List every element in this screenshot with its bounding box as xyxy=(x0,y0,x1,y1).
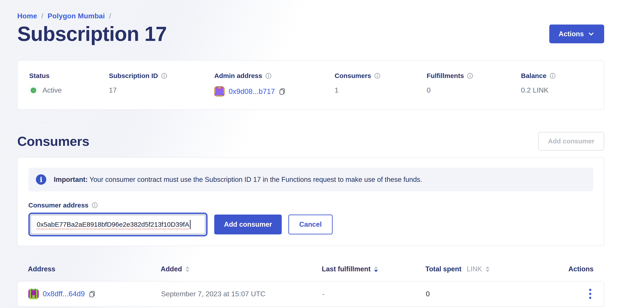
admin-address-label: Admin address xyxy=(214,72,262,80)
stat-balance: Balance 0.2 LINK xyxy=(521,72,604,97)
fulfillments-count: 0 xyxy=(427,86,431,94)
column-header-last-fulfillment[interactable]: Last fulfillment xyxy=(322,265,425,273)
breadcrumb-network-link[interactable]: Polygon Mumbai xyxy=(48,12,105,20)
status-label: Status xyxy=(29,72,50,80)
add-consumer-card: i Important: Your consumer contract must… xyxy=(17,157,604,246)
subscription-id-value: 17 xyxy=(109,86,117,94)
last-fulfillment-cell: - xyxy=(322,290,426,298)
consumer-address-link[interactable]: 0x8dff...64d9 xyxy=(43,290,85,298)
column-header-added[interactable]: Added xyxy=(161,265,322,273)
breadcrumb-separator: / xyxy=(42,12,44,20)
row-actions-kebab-menu[interactable] xyxy=(587,287,593,301)
add-consumer-submit-button[interactable]: Add consumer xyxy=(214,215,282,234)
copy-icon[interactable] xyxy=(89,291,96,298)
important-banner-text: Important: Your consumer contract must u… xyxy=(54,176,422,184)
info-icon[interactable] xyxy=(467,73,473,79)
consumers-table-header: Address Added Last fulfillment Total spe… xyxy=(17,265,604,273)
status-value: Active xyxy=(42,86,62,94)
column-header-actions: Actions xyxy=(568,265,594,273)
sort-icon[interactable] xyxy=(486,266,490,272)
consumers-section-title: Consumers xyxy=(17,134,90,149)
copy-icon[interactable] xyxy=(279,88,286,95)
table-row: 0x8dff...64d9 September 7, 2023 at 15:07… xyxy=(18,282,604,306)
subscription-id-label: Subscription ID xyxy=(109,72,158,80)
info-icon[interactable] xyxy=(265,73,272,79)
status-active-dot xyxy=(30,88,36,93)
info-icon[interactable] xyxy=(161,73,167,79)
admin-avatar xyxy=(214,86,225,97)
sort-icon-active-desc[interactable] xyxy=(374,266,378,272)
consumer-address-field-label: Consumer address xyxy=(28,201,593,209)
consumer-address-cell: 0x8dff...64d9 xyxy=(28,289,161,299)
stat-status: Status Active xyxy=(29,72,109,97)
add-consumer-button-top[interactable]: Add consumer xyxy=(538,132,604,151)
info-icon[interactable] xyxy=(374,73,380,79)
added-cell: September 7, 2023 at 15:07 UTC xyxy=(161,290,322,298)
consumers-section-header: Consumers Add consumer xyxy=(17,132,604,151)
stat-consumers: Consumers 1 xyxy=(334,72,427,97)
page-title: Subscription 17 xyxy=(17,22,167,45)
info-circle-icon: i xyxy=(36,174,46,185)
page-header: Subscription 17 Actions xyxy=(17,22,604,45)
stat-fulfillments: Fulfillments 0 xyxy=(427,72,521,97)
balance-value: 0.2 LINK xyxy=(521,86,548,94)
breadcrumb-separator: / xyxy=(109,12,111,20)
info-icon[interactable] xyxy=(92,202,98,208)
total-spent-unit: LINK xyxy=(467,265,482,273)
stat-admin-address: Admin address 0x9d xyxy=(214,72,334,97)
consumer-address-input-value: 0x5abE77Ba2aE8918bfD96e2e382d5f213f10D39… xyxy=(37,221,189,228)
fulfillments-label: Fulfillments xyxy=(427,72,464,80)
admin-address-link[interactable]: 0x9d08...b717 xyxy=(228,87,275,96)
subscription-stats-card: Status Active Subscription ID 17 Admin a… xyxy=(17,60,604,110)
actions-button[interactable]: Actions xyxy=(549,24,604,43)
actions-button-label: Actions xyxy=(558,30,584,38)
total-spent-cell: 0 xyxy=(426,290,569,298)
subscription-detail-page: Home / Polygon Mumbai / Subscription 17 … xyxy=(17,0,604,307)
column-header-total-spent[interactable]: Total spent LINK xyxy=(425,265,568,273)
text-cursor xyxy=(190,220,190,229)
important-banner: i Important: Your consumer contract must… xyxy=(28,168,593,191)
info-icon[interactable] xyxy=(550,73,556,79)
add-consumer-form: 0x5abE77Ba2aE8918bfD96e2e382d5f213f10D39… xyxy=(28,213,593,236)
consumers-label: Consumers xyxy=(334,72,371,80)
breadcrumb-home-link[interactable]: Home xyxy=(17,12,37,20)
cancel-button[interactable]: Cancel xyxy=(288,215,332,234)
consumer-address-input[interactable]: 0x5abE77Ba2aE8918bfD96e2e382d5f213f10D39… xyxy=(30,215,205,234)
breadcrumb: Home / Polygon Mumbai / xyxy=(17,12,604,20)
sort-icon[interactable] xyxy=(186,266,190,272)
consumers-table: 0x8dff...64d9 September 7, 2023 at 15:07… xyxy=(17,281,604,307)
balance-label: Balance xyxy=(521,72,546,80)
consumer-avatar xyxy=(28,289,39,299)
chevron-down-icon xyxy=(587,30,595,38)
column-header-address: Address xyxy=(28,265,161,273)
consumer-address-input-focus-ring: 0x5abE77Ba2aE8918bfD96e2e382d5f213f10D39… xyxy=(28,213,208,236)
consumers-count: 1 xyxy=(334,86,338,94)
stat-subscription-id: Subscription ID 17 xyxy=(109,72,214,97)
